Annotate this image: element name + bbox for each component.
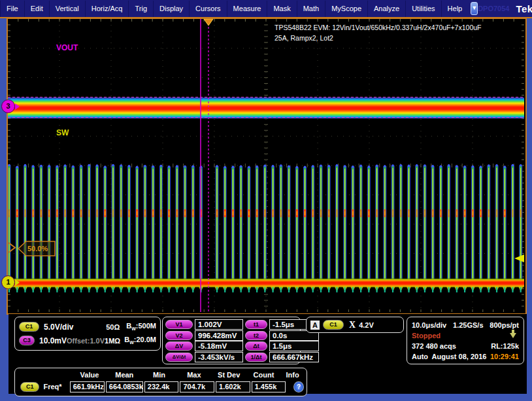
vout-label: VOUT — [56, 43, 78, 52]
meas-name: Freq* — [43, 383, 69, 391]
cursor-value-4-right: 666.667kHz — [269, 352, 319, 362]
ch1-button[interactable]: C1 — [19, 322, 39, 332]
cursor-label-t1[interactable]: t1 — [245, 320, 267, 329]
measurement-panel: Value Mean Min Max St Dev Count Info C1 … — [14, 368, 307, 396]
cursor-label-1/Δt[interactable]: 1/Δt — [245, 353, 267, 362]
time-value: 10:29:41 — [490, 353, 519, 360]
cursor-value-3-right: 1.5μs — [269, 341, 319, 351]
trigger-bank-badge: A — [310, 321, 320, 330]
header-value: Value — [72, 371, 107, 379]
meas-max: 704.7k — [180, 381, 214, 392]
down-arrow-icon — [510, 333, 516, 338]
acquisition-count: 372 480 acqs — [412, 342, 456, 350]
trigger-pct-label: 50.0% — [27, 245, 48, 253]
menu-myscope[interactable]: MyScope — [325, 1, 368, 17]
cursor-value-2-left: 996.428mV — [195, 330, 243, 341]
ch3-readout: C3 10.0mV Offset:1.0V 1MΩ BW:20.0M — [19, 334, 156, 347]
header-stdev: St Dev — [212, 371, 246, 379]
channel-3-marker[interactable]: 3 — [1, 99, 20, 113]
cursor-readout-panel: V11.002Vt1-1.5μsV2996.428mVt20.0sΔV-5.18… — [162, 317, 301, 364]
cursor-label-V2[interactable]: V2 — [165, 331, 193, 340]
menu-help[interactable]: Help — [442, 1, 469, 17]
cursor-value-4-left: -3.453kV/s — [195, 352, 243, 362]
annotation-line1: TPS548B22 EVM: 12Vin/1Vout/650kHz/0.337u… — [274, 24, 481, 31]
header-info: Info — [281, 371, 304, 379]
vout-ripple-band — [8, 97, 524, 119]
model-number: DPO7054 — [478, 5, 509, 12]
info-icon[interactable]: ? — [293, 381, 304, 392]
ch3-bandwidth: BW:20.0M — [124, 336, 156, 345]
meas-mean: 664.0853k — [106, 381, 143, 392]
trigger-level-value: 4.2V — [359, 321, 374, 329]
menu-utilities[interactable]: Utilities — [406, 1, 441, 17]
measurement-header-row: Value Mean Min Max St Dev Count Info — [18, 370, 304, 380]
cursor-label-t2[interactable]: t2 — [245, 331, 267, 340]
ch1-bandwidth: BW:500M — [126, 322, 156, 331]
ch1-impedance: 50Ω — [90, 323, 120, 331]
channel-readout-panel: C1 5.0V/div 50Ω BW:500M C3 10.0mV Offset… — [14, 317, 161, 351]
annotation-line2: 25A, Rampx2, Lot2 — [274, 34, 333, 42]
channel-1-marker[interactable]: 1 — [1, 275, 20, 289]
menu-trig[interactable]: Trig — [129, 1, 154, 17]
measurement-row: C1 Freq* 661.9kHz 664.0853k 232.4k 704.7… — [18, 380, 304, 393]
cursor-label-ΔV[interactable]: ΔV — [165, 341, 193, 351]
waveform-svg[interactable]: 50.0% VOUT SW TPS548B22 EVM: 12Vin/1Vout… — [8, 19, 524, 312]
menu-math[interactable]: Math — [297, 1, 325, 17]
ch3-button[interactable]: C3 — [19, 336, 35, 345]
menu-file[interactable]: File — [0, 1, 25, 17]
record-length: RL:125k — [491, 342, 519, 350]
ch3-offset: Offset:1.0V — [67, 337, 105, 345]
menu-horiz-acq[interactable]: Horiz/Acq — [86, 1, 129, 17]
header-min: Min — [142, 371, 176, 379]
trigger-position-marker[interactable] — [204, 19, 213, 26]
cursor-label-V1[interactable]: V1 — [165, 320, 193, 329]
header-mean: Mean — [107, 371, 142, 379]
waveform-display[interactable]: 50.0% VOUT SW TPS548B22 EVM: 12Vin/1Vout… — [7, 18, 527, 315]
menu-edit[interactable]: Edit — [25, 1, 50, 17]
meas-value: 661.9kHz — [70, 381, 105, 392]
cursor-value-3-left: -5.18mV — [195, 341, 243, 351]
resolution-value: 800ps/pt — [490, 321, 519, 329]
cursor-label-ΔV/Δt[interactable]: ΔV/Δt — [165, 353, 193, 362]
sw-baseline-band — [8, 278, 524, 288]
trigger-slope-icon: X — [349, 320, 356, 330]
menu-bar: File Edit Vertical Horiz/Acq Trig Displa… — [0, 0, 532, 17]
menu-mask[interactable]: Mask — [267, 1, 297, 17]
menu-vertical[interactable]: Vertical — [50, 1, 86, 17]
sw-label: SW — [56, 128, 69, 137]
cursor-value-1-left: 1.002V — [195, 319, 243, 330]
chevron-down-icon: ▼ — [471, 5, 477, 11]
trigger-mode: Auto — [412, 353, 428, 360]
ch1-readout: C1 5.0V/div 50Ω BW:500M — [19, 320, 156, 334]
cursor-label-Δt[interactable]: Δt — [245, 341, 267, 351]
meas-channel-button[interactable]: C1 — [20, 382, 39, 392]
timebase-value: 10.0μs/div — [412, 321, 446, 329]
trigger-source-button[interactable]: C1 — [323, 320, 344, 330]
tek-logo: Tek — [516, 3, 532, 14]
menu-measure[interactable]: Measure — [227, 1, 268, 17]
meas-count: 1.455k — [252, 381, 286, 392]
header-count: Count — [246, 371, 281, 379]
menu-display[interactable]: Display — [154, 1, 190, 17]
channel-3-arrow-icon — [15, 103, 20, 110]
meas-min: 232.4k — [144, 381, 179, 392]
trigger-readout-panel: A C1 X 4.2V — [306, 317, 404, 333]
channel-1-arrow-icon — [15, 279, 20, 286]
menu-dropdown-button[interactable]: ▼ — [471, 2, 478, 15]
ch3-impedance: 1MΩ — [105, 337, 120, 345]
header-max: Max — [176, 371, 211, 379]
sample-rate-value: 1.25GS/s — [453, 321, 483, 329]
ch1-scale: 5.0V/div — [44, 323, 90, 332]
menu-analyze[interactable]: Analyze — [368, 1, 406, 17]
horizontal-readout-panel: 10.0μs/div 1.25GS/s 800ps/pt Stopped 372… — [407, 317, 524, 364]
menu-cursors[interactable]: Cursors — [190, 1, 227, 17]
acquisition-status: Stopped — [412, 332, 441, 340]
date-value: August 08, 2016 — [432, 353, 487, 360]
ch3-scale: 10.0mV — [39, 336, 67, 345]
meas-stdev: 1.602k — [216, 381, 250, 392]
sw-pulse-train — [8, 164, 522, 282]
